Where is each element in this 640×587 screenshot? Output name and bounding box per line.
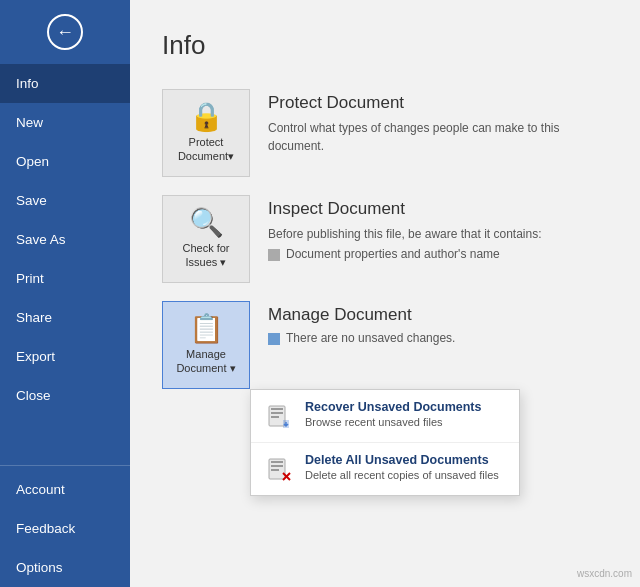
svg-rect-7: [271, 469, 279, 471]
watermark: wsxcdn.com: [577, 568, 632, 579]
manage-document-button[interactable]: 📋 ManageDocument ▾: [162, 301, 250, 389]
sidebar-item-new[interactable]: New: [0, 103, 130, 142]
inspect-document-button[interactable]: 🔍 Check forIssues ▾: [162, 195, 250, 283]
inspect-bullet: Document properties and author's name: [268, 247, 542, 261]
protect-document-button[interactable]: 🔒 ProtectDocument▾: [162, 89, 250, 177]
sidebar-item-save[interactable]: Save: [0, 181, 130, 220]
recover-text: Recover Unsaved Documents Browse recent …: [305, 400, 481, 428]
svg-rect-1: [271, 408, 283, 410]
sidebar: ← Info New Open Save Save As Print Share…: [0, 0, 130, 587]
manage-bullet-icon: [268, 333, 280, 345]
inspect-icon: 🔍: [189, 209, 224, 237]
manage-document-wrapper: 📋 ManageDocument ▾ Manage Document There…: [162, 301, 608, 389]
sidebar-label-save: Save: [16, 193, 47, 208]
manage-icon: 📋: [189, 315, 224, 343]
sidebar-bottom: Account Feedback Options: [0, 461, 130, 587]
recover-icon: [263, 400, 295, 432]
manage-dropdown-popup: Recover Unsaved Documents Browse recent …: [250, 389, 520, 496]
sidebar-item-saveas[interactable]: Save As: [0, 220, 130, 259]
manage-document-card: 📋 ManageDocument ▾ Manage Document There…: [162, 301, 608, 389]
sidebar-label-new: New: [16, 115, 43, 130]
manage-desc-line: There are no unsaved changes.: [268, 331, 455, 345]
bullet-square-icon: [268, 249, 280, 261]
page-title: Info: [162, 30, 608, 61]
sidebar-item-close[interactable]: Close: [0, 376, 130, 415]
sidebar-item-export[interactable]: Export: [0, 337, 130, 376]
sidebar-label-share: Share: [16, 310, 52, 325]
sidebar-label-close: Close: [16, 388, 51, 403]
delete-text: Delete All Unsaved Documents Delete all …: [305, 453, 499, 481]
inspect-title: Inspect Document: [268, 199, 542, 219]
manage-title: Manage Document: [268, 305, 455, 325]
sidebar-divider: [0, 465, 130, 466]
delete-desc: Delete all recent copies of unsaved file…: [305, 469, 499, 481]
protect-document-card: 🔒 ProtectDocument▾ Protect Document Cont…: [162, 89, 608, 177]
sidebar-label-open: Open: [16, 154, 49, 169]
back-button[interactable]: ←: [0, 0, 130, 64]
svg-rect-3: [271, 416, 279, 418]
sidebar-label-export: Export: [16, 349, 55, 364]
sidebar-item-open[interactable]: Open: [0, 142, 130, 181]
lock-icon: 🔒: [189, 103, 224, 131]
main-content: Info 🔒 ProtectDocument▾ Protect Document…: [130, 0, 640, 587]
protect-label: ProtectDocument▾: [178, 135, 234, 164]
sidebar-label-saveas: Save As: [16, 232, 66, 247]
back-circle-icon: ←: [47, 14, 83, 50]
sidebar-item-print[interactable]: Print: [0, 259, 130, 298]
sidebar-label-feedback: Feedback: [16, 521, 75, 536]
recover-title: Recover Unsaved Documents: [305, 400, 481, 414]
sidebar-item-options[interactable]: Options: [0, 548, 130, 587]
inspect-content: Inspect Document Before publishing this …: [268, 195, 542, 261]
svg-rect-6: [271, 465, 283, 467]
delete-icon: [263, 453, 295, 485]
sidebar-label-account: Account: [16, 482, 65, 497]
sidebar-item-account[interactable]: Account: [0, 470, 130, 509]
manage-desc: There are no unsaved changes.: [286, 331, 455, 345]
inspect-document-card: 🔍 Check forIssues ▾ Inspect Document Bef…: [162, 195, 608, 283]
delete-title: Delete All Unsaved Documents: [305, 453, 499, 467]
protect-content: Protect Document Control what types of c…: [268, 89, 608, 155]
sidebar-item-share[interactable]: Share: [0, 298, 130, 337]
sidebar-item-info[interactable]: Info: [0, 64, 130, 103]
manage-label: ManageDocument ▾: [176, 347, 235, 376]
sidebar-item-feedback[interactable]: Feedback: [0, 509, 130, 548]
inspect-bullet-text: Document properties and author's name: [286, 247, 500, 261]
protect-desc: Control what types of changes people can…: [268, 119, 608, 155]
sidebar-label-print: Print: [16, 271, 44, 286]
inspect-label: Check forIssues ▾: [182, 241, 229, 270]
recover-desc: Browse recent unsaved files: [305, 416, 481, 428]
svg-rect-5: [271, 461, 283, 463]
inspect-desc: Before publishing this file, be aware th…: [268, 225, 542, 243]
protect-title: Protect Document: [268, 93, 608, 113]
sidebar-label-options: Options: [16, 560, 63, 575]
sidebar-label-info: Info: [16, 76, 39, 91]
recover-unsaved-item[interactable]: Recover Unsaved Documents Browse recent …: [251, 390, 519, 443]
delete-unsaved-item[interactable]: Delete All Unsaved Documents Delete all …: [251, 443, 519, 495]
svg-rect-2: [271, 412, 283, 414]
manage-content: Manage Document There are no unsaved cha…: [268, 301, 455, 345]
